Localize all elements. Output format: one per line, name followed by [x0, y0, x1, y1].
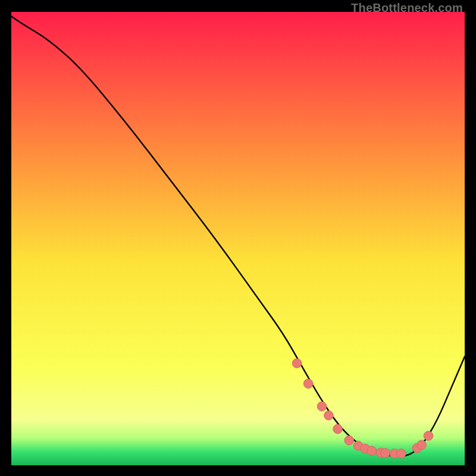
- curve-marker: [333, 424, 343, 434]
- curve-marker: [397, 449, 406, 458]
- curve-marker: [424, 431, 433, 441]
- curve-marker: [292, 359, 302, 368]
- chart-frame: TheBottleneck.com: [0, 0, 476, 476]
- curve-marker: [381, 449, 390, 458]
- curve-marker: [324, 411, 334, 420]
- plot-area: [11, 12, 465, 465]
- gradient-background: [11, 12, 465, 465]
- curve-marker: [317, 402, 327, 411]
- chart-svg: [11, 12, 465, 465]
- curve-marker: [303, 379, 313, 389]
- curve-marker: [367, 446, 377, 456]
- curve-marker: [417, 440, 427, 450]
- curve-marker: [345, 436, 354, 445]
- attribution-label: TheBottleneck.com: [351, 1, 463, 15]
